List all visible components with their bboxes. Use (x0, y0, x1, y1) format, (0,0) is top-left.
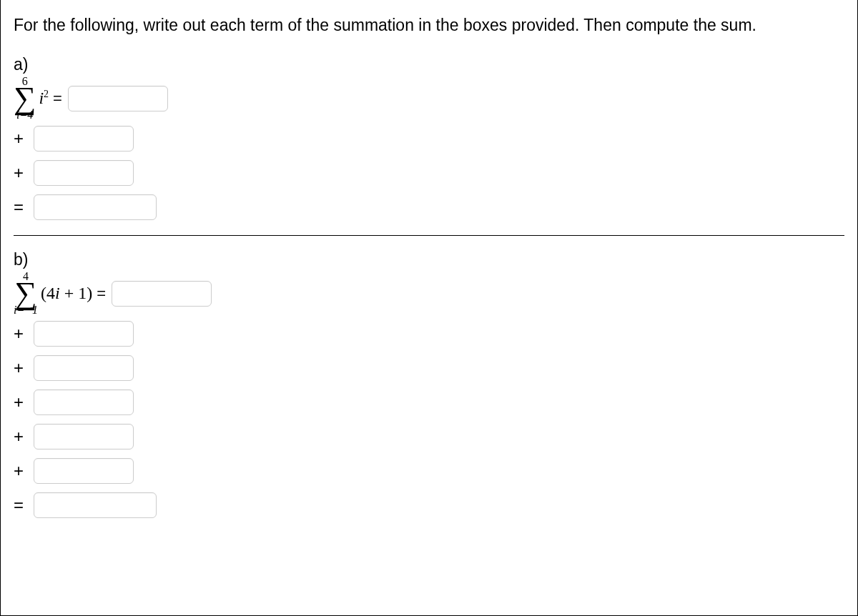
sigma-lower-b: i=−1 (14, 304, 38, 316)
plus-op: + (14, 427, 29, 447)
part-a-term-row-2: + (14, 124, 844, 154)
part-a-label: a) (14, 55, 844, 74)
expression-b: (4i + 1) (41, 284, 92, 303)
divider (14, 235, 844, 236)
part-a-result-input[interactable] (34, 194, 157, 220)
sigma-block-a: 6 ∑ i=4 (14, 76, 36, 121)
instructions-text: For the following, write out each term o… (14, 16, 844, 35)
part-a-term-3-input[interactable] (34, 160, 134, 186)
equals-a: = (53, 89, 62, 108)
plus-op: + (14, 392, 29, 412)
plus-op: + (14, 461, 29, 481)
plus-op: + (14, 129, 29, 149)
part-a-term-2-input[interactable] (34, 126, 134, 151)
part-b-term-1-input[interactable] (112, 281, 212, 307)
part-b-term-2-input[interactable] (34, 321, 134, 347)
part-b-result-input[interactable] (34, 492, 157, 518)
part-b-result-row: = (14, 490, 844, 520)
part-b-term-5-input[interactable] (34, 424, 134, 449)
part-b-label: b) (14, 250, 844, 269)
plus-op: + (14, 163, 29, 183)
part-a-result-row: = (14, 192, 844, 222)
sigma-block-b: 4 ∑ i=−1 (14, 271, 38, 316)
part-a-sum-row: 6 ∑ i=4 i2 = (14, 76, 844, 121)
part-a-term-row-3: + (14, 158, 844, 188)
part-b-term-4-input[interactable] (34, 389, 134, 415)
part-b-term-6-input[interactable] (34, 458, 134, 484)
part-b-term-row-3: + (14, 353, 844, 383)
part-b-sum-row: 4 ∑ i=−1 (4i + 1) = (14, 271, 844, 316)
part-b-term-row-4: + (14, 387, 844, 417)
expression-a: i2 (39, 89, 49, 108)
worksheet-page: For the following, write out each term o… (0, 0, 858, 616)
sigma-lower-a: i=4 (16, 109, 33, 121)
sigma-symbol-b: ∑ (14, 281, 36, 306)
equals-b: = (97, 284, 106, 303)
sigma-symbol-a: ∑ (14, 86, 36, 111)
part-b-term-3-input[interactable] (34, 355, 134, 381)
part-a-term-1-input[interactable] (68, 86, 168, 111)
part-b-term-row-5: + (14, 422, 844, 452)
part-b-term-row-2: + (14, 319, 844, 349)
plus-op: + (14, 358, 29, 378)
equals-op: = (14, 197, 29, 217)
plus-op: + (14, 324, 29, 344)
equals-op: = (14, 495, 29, 515)
part-b-term-row-6: + (14, 456, 844, 486)
expr-sup-a: 2 (44, 89, 49, 99)
